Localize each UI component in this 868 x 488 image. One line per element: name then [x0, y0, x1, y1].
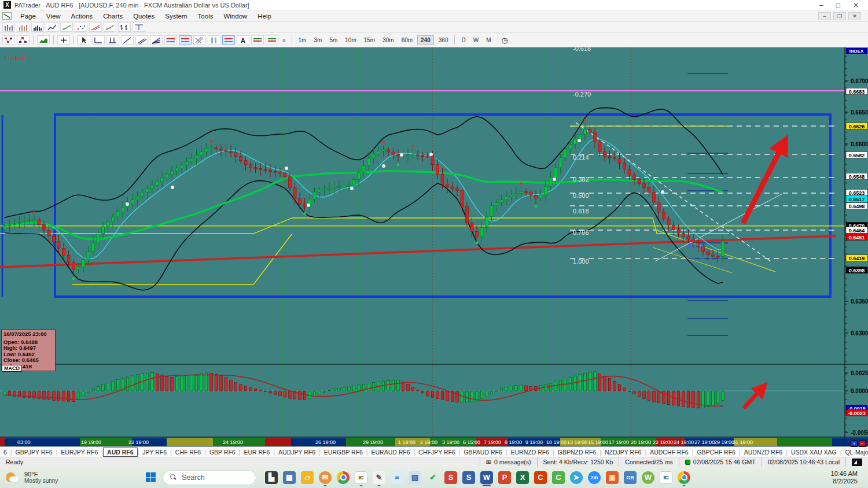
- tab-jpy-rf6[interactable]: JPY RF6: [139, 448, 170, 456]
- columns-icon[interactable]: [208, 35, 220, 45]
- ic-trader-icon[interactable]: IC: [354, 471, 368, 485]
- tab-nzdjpy-rf6[interactable]: NZDJPY RF6: [601, 448, 645, 456]
- trend2-chart-icon[interactable]: [104, 23, 116, 32]
- timeframe-240[interactable]: 240: [417, 35, 434, 45]
- candle-chart-icon[interactable]: [31, 23, 44, 32]
- tab-eurgbp-rf6[interactable]: EURGBP RF6: [321, 448, 366, 456]
- layout-chart-icon[interactable]: [133, 23, 145, 32]
- gann-icon[interactable]: [193, 35, 206, 45]
- period-m[interactable]: M: [483, 36, 494, 45]
- notepad-icon[interactable]: ≡: [390, 471, 404, 485]
- trend-corner-icon[interactable]: [92, 35, 105, 45]
- regression-icon[interactable]: [222, 35, 235, 45]
- channel-icon[interactable]: [135, 35, 148, 45]
- design-icon[interactable]: ✎: [372, 471, 386, 485]
- line-chart-icon[interactable]: [46, 23, 58, 32]
- tab-aud-rf6[interactable]: AUD RF6: [103, 448, 138, 457]
- chrome2-icon[interactable]: [677, 471, 691, 485]
- menu-tools[interactable]: Tools: [193, 12, 219, 21]
- tab-gbpchf-rf6[interactable]: GBPCHF RF6: [693, 448, 739, 456]
- word-icon[interactable]: W: [480, 471, 494, 485]
- zoom-out-button[interactable]: −: [859, 441, 866, 447]
- photos-icon[interactable]: ▨: [408, 471, 422, 485]
- timeframe-30m[interactable]: 30m: [380, 36, 396, 45]
- mail-icon[interactable]: ✉: [318, 471, 332, 485]
- ic2-icon[interactable]: IC: [659, 471, 673, 485]
- ohlc-chart-icon[interactable]: [60, 23, 73, 32]
- tab-gbpjpy-rf6[interactable]: GBPJPY RF6: [12, 448, 56, 456]
- menu-quotes[interactable]: Quotes: [128, 12, 160, 21]
- tab-audnzd-rf6[interactable]: AUDNZD RF6: [741, 448, 786, 456]
- tab-chf-rf6[interactable]: CHF RF6: [172, 448, 204, 456]
- period-d[interactable]: D: [458, 36, 468, 45]
- calculator-icon[interactable]: ▦: [282, 471, 296, 485]
- timeframe-60m[interactable]: 60m: [399, 36, 415, 45]
- chrome-icon[interactable]: [336, 471, 350, 485]
- tab-usdx-xau-xag[interactable]: USDX XAU XAG: [788, 448, 840, 456]
- link-red-icon[interactable]: [2, 35, 15, 45]
- time-axis[interactable]: 03:0019 19:0022 19:0024 19:0026 19:0029 …: [0, 438, 868, 446]
- pointer-icon[interactable]: [78, 35, 90, 45]
- fan-lines-icon[interactable]: [150, 35, 163, 45]
- timeframe-1m[interactable]: 1m: [296, 36, 310, 45]
- tab-gbpaud-rf6[interactable]: GBPAUD RF6: [460, 448, 505, 456]
- levels-icon[interactable]: [251, 35, 264, 45]
- minimize-button[interactable]: –: [819, 1, 823, 9]
- app-gb-icon[interactable]: GB: [623, 471, 637, 485]
- menu-view[interactable]: View: [41, 12, 66, 21]
- app-c-red-icon[interactable]: C: [534, 471, 547, 485]
- crosshair-icon[interactable]: [57, 35, 70, 45]
- menu-window[interactable]: Window: [218, 12, 252, 21]
- powerpoint-icon[interactable]: P: [498, 471, 512, 485]
- fib-expansion-icon[interactable]: [179, 35, 192, 45]
- tab-eur-rf6[interactable]: EUR RF6: [240, 448, 273, 456]
- zoom-icon[interactable]: zm: [587, 471, 601, 485]
- growth-chart-icon[interactable]: [37, 35, 50, 45]
- w-green-icon[interactable]: W: [641, 471, 655, 485]
- macd-label[interactable]: MACD: [2, 365, 22, 372]
- timeframe-10m[interactable]: 10m: [342, 36, 359, 45]
- menu-help[interactable]: Help: [252, 12, 277, 21]
- weather-widget[interactable]: 90°F Mostly sunny: [6, 471, 139, 484]
- folder-icon[interactable]: ▱: [300, 471, 314, 485]
- trendline-icon[interactable]: [121, 35, 134, 45]
- tab-partial[interactable]: 6: [0, 448, 10, 456]
- tab-audjpy-rf6[interactable]: AUDJPY RF6: [275, 448, 319, 456]
- tab-chfjpy-rf6[interactable]: CHFJPY RF6: [415, 448, 458, 456]
- tab-audchf-rf6[interactable]: AUDCHF RF6: [646, 448, 692, 456]
- tab-ql-majors[interactable]: QL-Majors: [841, 448, 868, 456]
- timeframe-15m[interactable]: 15m: [361, 36, 378, 45]
- timeframe-5m[interactable]: 5m: [326, 36, 340, 45]
- bars-chart-icon[interactable]: [2, 23, 15, 32]
- child-minimize-button[interactable]: –: [818, 12, 831, 20]
- maximize-button[interactable]: □: [836, 1, 840, 9]
- tab-euraud-rf6[interactable]: EURAUD RF6: [367, 448, 413, 456]
- start-button[interactable]: [146, 472, 156, 482]
- text-label-icon[interactable]: A: [237, 35, 249, 45]
- scatter-chart-icon[interactable]: [75, 23, 87, 32]
- checkmark-icon[interactable]: ✔: [426, 471, 440, 485]
- window-icon[interactable]: ▙: [264, 471, 278, 485]
- price-chart[interactable]: -0.618-0.2700.2140.3820.5000.6180.7861.0…: [0, 47, 868, 446]
- tab-gbpnzd-rf6[interactable]: GBPNZD RF6: [554, 448, 600, 456]
- close-button[interactable]: ✕: [853, 1, 859, 9]
- histogram-chart-icon[interactable]: [118, 23, 131, 32]
- zoom-in-button[interactable]: +: [851, 441, 858, 447]
- trend-chart-icon[interactable]: [89, 23, 102, 32]
- bars2-chart-icon[interactable]: [17, 23, 30, 32]
- app-orange-icon[interactable]: ▣: [605, 471, 619, 485]
- menu-page[interactable]: Page: [15, 12, 41, 21]
- clock-icon[interactable]: ◷: [502, 36, 508, 45]
- child-restore-button[interactable]: ❐: [833, 12, 846, 20]
- app-s-red-icon[interactable]: S: [444, 471, 458, 485]
- timeframe-360[interactable]: 360: [436, 36, 451, 45]
- child-close-button[interactable]: ✕: [848, 12, 861, 20]
- menu-actions[interactable]: Actions: [66, 12, 98, 21]
- timeframe-3m[interactable]: 3m: [311, 36, 325, 45]
- app-s-blue-icon[interactable]: S: [462, 471, 476, 485]
- fib-retracement-icon[interactable]: [164, 35, 177, 45]
- tab-eurjpy-rf6[interactable]: EURJPY RF6: [57, 448, 101, 456]
- levels2-icon[interactable]: [266, 35, 278, 45]
- search-input[interactable]: Search: [163, 470, 256, 485]
- period-w[interactable]: W: [470, 36, 481, 45]
